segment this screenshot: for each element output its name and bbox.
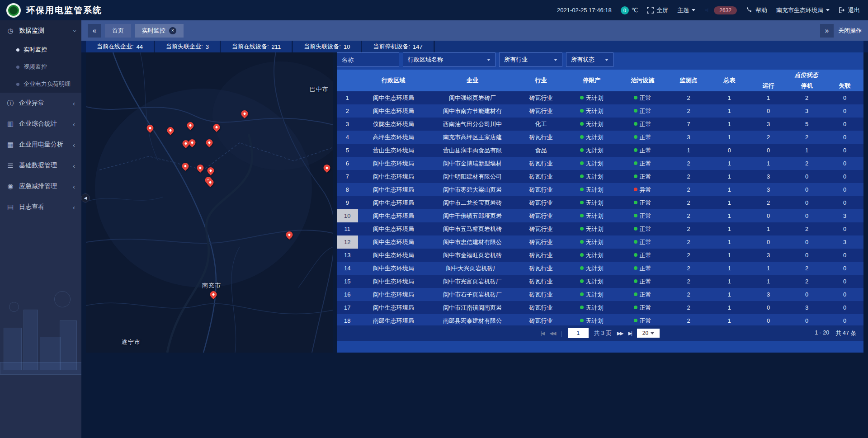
sidebar-item[interactable]: ⓘ 企业异常 ‹ — [0, 93, 81, 113]
table-row[interactable]: 14 阆中生态环境局 阆中大兴页岩机砖厂 砖瓦行业 无计划 正常 2 1 1 2… — [337, 262, 863, 275]
tab-realtime-monitor[interactable]: 实时监控 × — [135, 24, 184, 38]
pin-icon — [180, 161, 190, 171]
table-row[interactable]: 2 阆中生态环境局 阆中市南方节能建材有 砖瓦行业 无计划 正常 2 1 0 3… — [337, 104, 863, 118]
map-pin[interactable] — [213, 124, 220, 131]
total-meters-cell: 1 — [710, 91, 749, 104]
region-cell: 阆中生态环境局 — [358, 262, 429, 275]
industry-cell: 砖瓦行业 — [516, 275, 566, 288]
sidebar-item[interactable]: ▤ 日志查看 ‹ — [0, 197, 81, 217]
running-count-cell: 1 — [749, 157, 788, 170]
sidebar-subitem-label: 视频监控 — [24, 63, 47, 71]
pin-icon — [240, 109, 250, 118]
tabs-scroll-right-button[interactable]: » — [820, 24, 834, 38]
map-pin[interactable] — [182, 140, 189, 147]
tab-home[interactable]: 首页 — [105, 24, 131, 38]
map-pin[interactable] — [210, 291, 217, 298]
company-cell: 阆中市光富页岩机砖厂 — [429, 275, 516, 288]
table-row[interactable]: 13 阆中生态环境局 阆中市金福旺页岩机砖 砖瓦行业 无计划 正常 2 1 3 … — [337, 249, 863, 262]
row-index-cell: 16 — [337, 288, 358, 301]
table-row[interactable]: 8 阆中生态环境局 阆中市枣碧大梁山页岩 砖瓦行业 无计划 异常 2 1 3 0… — [337, 183, 863, 196]
first-page-button[interactable]: |◀ — [541, 330, 544, 336]
panel-collapse-handle[interactable]: ◀ — [81, 193, 90, 203]
company-cell: 阆中大兴页岩机砖厂 — [429, 262, 516, 275]
region-cell: 阆中生态环境局 — [358, 275, 429, 288]
help-button[interactable]: 帮助 — [746, 6, 767, 14]
table-row[interactable]: 6 阆中生态环境局 阆中市金博瑞新型墙材 砖瓦行业 无计划 正常 2 1 1 2… — [337, 157, 863, 170]
table-row[interactable]: 1 阆中生态环境局 阆中强锐页岩砖厂 砖瓦行业 无计划 正常 2 1 1 2 0 — [337, 91, 863, 104]
pollution-facility-cell: 正常 — [618, 288, 668, 301]
theme-dropdown[interactable]: 主题 — [677, 6, 695, 14]
table-row[interactable]: 12 阆中生态环境局 阆中市忠信建材有限公 砖瓦行业 无计划 正常 2 1 0 … — [337, 235, 863, 249]
app-title: 环保用电监管系统 — [26, 5, 102, 16]
table-row[interactable]: 7 阆中生态环境局 阆中明阳建材有限公司 砖瓦行业 无计划 正常 2 1 3 0… — [337, 170, 863, 183]
table-row[interactable]: 3 仪陇生态环境局 西南油气田分公司川中 化工 无计划 正常 7 1 3 5 0 — [337, 118, 863, 131]
industry-filter-select[interactable]: 所有行业 — [499, 52, 562, 67]
industry-cell: 砖瓦行业 — [516, 288, 566, 301]
status-dot-icon — [634, 292, 637, 296]
sidebar-item[interactable]: ☰ 基础数据管理 ‹ — [0, 155, 81, 176]
pollution-facility-cell: 正常 — [618, 157, 668, 170]
sidebar-item[interactable]: ◷ 数据监测 ‹ — [0, 20, 81, 41]
map-pin[interactable] — [323, 165, 330, 171]
table-row[interactable]: 11 阆中生态环境局 阆中市五马桥页岩机砖 砖瓦行业 无计划 正常 2 1 1 … — [337, 222, 863, 235]
table-row[interactable]: 15 阆中生态环境局 阆中市光富页岩机砖厂 砖瓦行业 无计划 正常 2 1 1 … — [337, 275, 863, 288]
monitor-points-cell: 2 — [668, 262, 710, 275]
sidebar-item[interactable]: ◉ 应急减排管理 ‹ — [0, 176, 81, 197]
close-operations-button[interactable]: 关闭操作 — [838, 27, 862, 35]
status-dot-icon — [634, 319, 637, 322]
map-pin[interactable] — [189, 139, 196, 146]
sidebar-subitem[interactable]: 实时监控 — [0, 41, 81, 58]
industry-cell: 砖瓦行业 — [516, 131, 566, 144]
status-filter-select[interactable]: 所有状态 — [566, 52, 613, 67]
tab-label: 实时监控 — [142, 27, 165, 35]
name-filter-input[interactable] — [337, 52, 399, 67]
org-dropdown[interactable]: 南充市生态环境局 — [776, 6, 830, 14]
last-page-button[interactable]: ▶| — [628, 330, 632, 336]
map-pin[interactable] — [241, 110, 248, 117]
map-pin[interactable] — [286, 231, 293, 238]
fullscreen-button[interactable]: 全屏 — [647, 6, 668, 14]
sidebar-item[interactable]: ▦ 企业用电量分析 ‹ — [0, 134, 81, 155]
tab-close-icon[interactable]: × — [169, 27, 176, 34]
map-pin[interactable] — [167, 127, 174, 134]
industry-filter-value: 所有行业 — [504, 56, 528, 64]
stat-label: 当前失联设备: — [304, 42, 341, 51]
offline-count-cell: 0 — [826, 262, 863, 275]
table-row[interactable]: 9 阆中生态环境局 阆中市二龙长宝页岩砖 砖瓦行业 无计划 正常 2 1 2 0… — [337, 196, 863, 209]
table-row[interactable]: 4 高坪生态环境局 南充市高坪区王家店建 砖瓦行业 无计划 正常 3 1 2 2… — [337, 131, 863, 144]
map-pin[interactable] — [207, 179, 214, 186]
next-page-button[interactable]: ▶▶ — [617, 330, 623, 336]
map-pin[interactable] — [182, 163, 189, 170]
status-dot-icon — [580, 214, 584, 217]
map-pin[interactable] — [206, 139, 212, 146]
map-pin[interactable] — [208, 167, 214, 174]
running-count-cell: 0 — [749, 235, 788, 249]
stat-label: 当前在线企业: — [97, 42, 134, 51]
column-header: 行政区域 — [358, 70, 429, 91]
logout-button[interactable]: 退出 — [839, 6, 860, 14]
limit-production-cell: 无计划 — [566, 196, 618, 209]
stats-bar-filler — [435, 41, 863, 52]
map-pin[interactable] — [197, 165, 204, 171]
sidebar-item[interactable]: ▥ 企业综合统计 ‹ — [0, 113, 81, 134]
map-panel[interactable]: 巴中市南充市遂宁市 — [86, 52, 333, 353]
sidebar-subitem[interactable]: 视频监控 — [0, 58, 81, 75]
table-row[interactable]: 10 阆中生态环境局 阆中千佛镇五郎垭页岩 砖瓦行业 无计划 正常 2 1 0 … — [337, 209, 863, 222]
table-row[interactable]: 16 阆中生态环境局 阆中市石子页岩机砖厂 砖瓦行业 无计划 正常 2 1 3 … — [337, 288, 863, 301]
table-row[interactable]: 17 阆中生态环境局 阆中市江南镇阆南页岩 砖瓦行业 无计划 正常 2 1 0 … — [337, 301, 863, 314]
page-number-input[interactable] — [568, 328, 589, 338]
tabs-scroll-left-button[interactable]: « — [88, 24, 101, 38]
region-filter-select[interactable]: 行政区域名称 — [403, 52, 495, 67]
table-row[interactable]: 18 南部生态环境局 南部县宏泰建材有限公 砖瓦行业 无计划 正常 2 1 0 … — [337, 314, 863, 325]
sidebar-subitem[interactable]: 企业电力负荷明细 — [0, 75, 81, 93]
map-pin[interactable] — [187, 122, 193, 129]
page-size-select[interactable]: 20 — [637, 329, 660, 338]
map-pin[interactable] — [146, 125, 153, 132]
notification-widget[interactable]: 2632 — [704, 6, 737, 14]
monitor-points-cell: 2 — [668, 91, 710, 104]
table-row[interactable]: 5 营山生态环境局 营山县润丰肉食品有限 食品 无计划 正常 1 0 0 1 0 — [337, 144, 863, 157]
running-count-cell: 0 — [749, 314, 788, 325]
stat-label: 当前失联企业: — [166, 42, 203, 51]
status-dot-icon — [580, 266, 584, 270]
prev-page-button[interactable]: ◀◀ — [549, 330, 555, 336]
